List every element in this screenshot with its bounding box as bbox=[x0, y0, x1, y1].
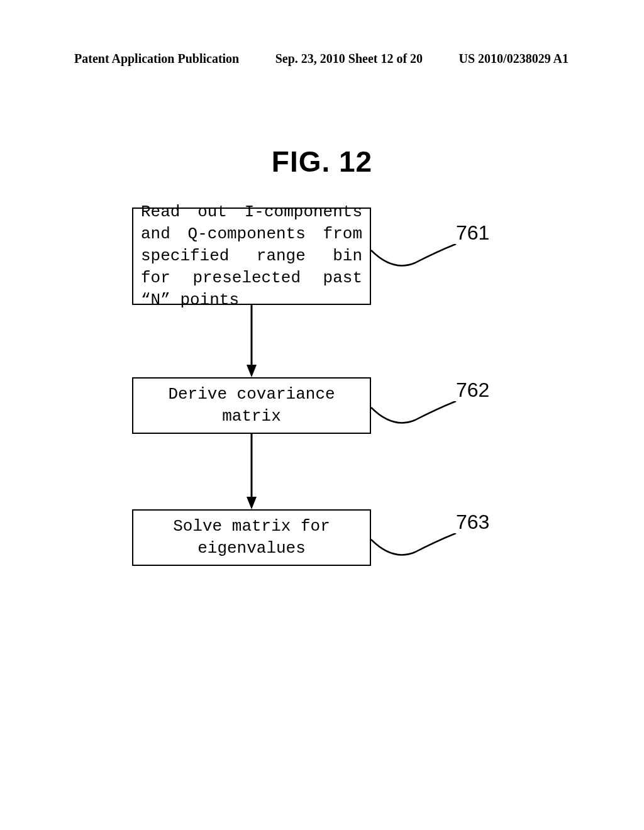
header-left: Patent Application Publication bbox=[74, 52, 239, 66]
flow-step-derive-covariance: Derive covariance matrix bbox=[132, 377, 371, 434]
figure-title: FIG. 12 bbox=[0, 145, 644, 179]
arrow-connector-icon bbox=[247, 305, 257, 377]
reference-numeral-763: 763 bbox=[456, 511, 489, 534]
svg-marker-3 bbox=[247, 497, 257, 509]
reference-numeral-761: 761 bbox=[456, 221, 489, 245]
reference-leader-icon bbox=[371, 401, 459, 429]
reference-leader-icon bbox=[371, 533, 459, 562]
flow-step-solve-eigenvalues: Solve matrix for eigenvalues bbox=[132, 509, 371, 566]
arrow-connector-icon bbox=[247, 434, 257, 509]
header-center: Sep. 23, 2010 Sheet 12 of 20 bbox=[275, 52, 423, 66]
flow-step-text: Derive covariance matrix bbox=[141, 384, 362, 428]
header-right: US 2010/0238029 A1 bbox=[459, 52, 569, 66]
flow-step-read-components: Read out I-components and Q-components f… bbox=[132, 208, 371, 305]
svg-marker-1 bbox=[247, 365, 257, 377]
reference-numeral-762: 762 bbox=[456, 379, 489, 402]
flow-step-text: Read out I-components and Q-components f… bbox=[141, 201, 362, 311]
flow-step-text: Solve matrix for eigenvalues bbox=[141, 516, 362, 560]
reference-leader-icon bbox=[371, 244, 459, 272]
page-header: Patent Application Publication Sep. 23, … bbox=[74, 52, 569, 66]
